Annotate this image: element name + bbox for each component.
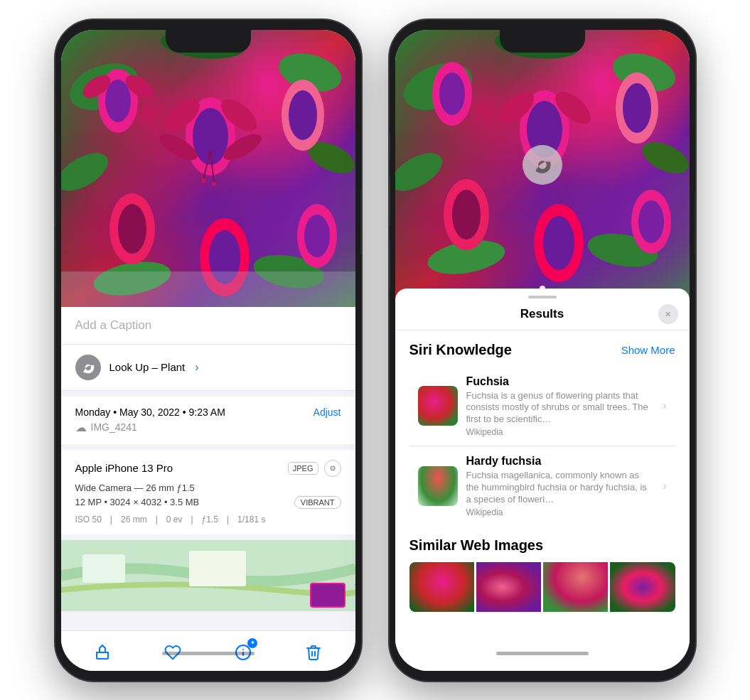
similar-image-2[interactable] <box>476 562 541 612</box>
svg-point-42 <box>637 135 689 179</box>
style-badge: VIBRANT <box>294 496 341 509</box>
fuchsia-chevron: › <box>663 399 666 412</box>
svg-point-14 <box>105 80 131 122</box>
right-photo-display <box>395 30 690 300</box>
svg-point-27 <box>201 178 205 183</box>
filename: IMG_4241 <box>91 421 137 433</box>
lens-text: Wide Camera — 26 mm ƒ1.5 <box>75 483 341 493</box>
svg-rect-34 <box>311 584 344 606</box>
similar-title: Similar Web Images <box>409 537 544 554</box>
svg-point-58 <box>638 200 664 243</box>
lookup-label: Look Up – Plant <box>109 361 186 373</box>
svg-rect-29 <box>61 271 355 307</box>
similar-web-images-section: Similar Web Images <box>409 537 675 612</box>
lookup-chevron: › <box>195 361 198 374</box>
date-text: Monday • May 30, 2022 • 9:23 AM <box>75 406 225 418</box>
svg-point-28 <box>212 182 216 186</box>
ev-value: 0 ev <box>166 515 183 524</box>
siri-knowledge-title: Siri Knowledge <box>409 342 512 358</box>
results-title: Results <box>520 307 564 321</box>
svg-point-56 <box>543 216 574 270</box>
similar-image-1[interactable] <box>409 562 474 612</box>
svg-point-18 <box>289 90 317 140</box>
svg-point-52 <box>623 83 651 133</box>
iso-value: ISO 50 <box>75 515 102 524</box>
camera-section: Apple iPhone 13 Pro JPEG ⊙ Wide Camera —… <box>61 450 355 534</box>
shutter-value: 1/181 s <box>237 515 265 524</box>
notch <box>166 30 251 53</box>
similar-grid <box>409 562 675 612</box>
info-section: Look Up – Plant › Monday • May 30, 2022 … <box>61 345 355 630</box>
close-button[interactable]: × <box>658 304 678 324</box>
camera-settings-icon[interactable]: ⊙ <box>324 460 341 477</box>
fuchsia-desc: Fuchsia is a genus of flowering plants t… <box>466 390 655 426</box>
left-phone: Add a Caption Look Up – Plant › Monday •… <box>55 20 361 681</box>
svg-point-3 <box>61 145 114 198</box>
svg-rect-32 <box>189 551 246 586</box>
home-indicator <box>162 652 255 655</box>
svg-point-20 <box>118 204 146 254</box>
notch-right <box>500 30 585 53</box>
aperture-value: ƒ1.5 <box>202 515 218 524</box>
siri-knowledge-header: Siri Knowledge Show More <box>409 342 675 358</box>
bottom-toolbar: ✦ <box>61 630 355 671</box>
hardy-thumbnail <box>418 466 458 506</box>
fuchsia-name: Fuchsia <box>466 375 655 388</box>
results-content: Siri Knowledge Show More Fuchsia Fuchsia… <box>395 330 690 671</box>
fuchsia-thumbnail <box>418 386 458 426</box>
mp-text: 12 MP • 3024 × 4032 • 3.5 MB <box>75 497 200 507</box>
similar-header: Similar Web Images <box>409 537 675 554</box>
format-badge: JPEG <box>288 462 318 475</box>
hardy-text: Hardy fuchsia Fuchsia magellanica, commo… <box>466 455 655 517</box>
adjust-button[interactable]: Adjust <box>314 406 341 418</box>
camera-model: Apple iPhone 13 Pro <box>75 462 173 474</box>
fuchsia-source: Wikipedia <box>466 427 655 437</box>
knowledge-card: Fuchsia Fuchsia is a genus of flowering … <box>409 367 675 526</box>
svg-point-24 <box>304 215 330 257</box>
info-badge: ✦ <box>247 638 257 648</box>
visual-lookup-button[interactable] <box>523 145 562 185</box>
svg-point-50 <box>439 72 465 115</box>
lookup-row[interactable]: Look Up – Plant › <box>61 345 355 391</box>
show-more-button[interactable]: Show More <box>621 344 675 356</box>
svg-rect-31 <box>82 554 125 583</box>
svg-point-54 <box>452 190 481 239</box>
right-phone: Results × Siri Knowledge Show More <box>390 20 695 681</box>
flower-image <box>61 30 355 307</box>
results-header: Results × <box>395 298 690 330</box>
similar-image-4[interactable] <box>610 562 675 612</box>
fuchsia-text: Fuchsia Fuchsia is a genus of flowering … <box>466 375 655 438</box>
home-indicator-right <box>496 652 589 655</box>
knowledge-item-fuchsia[interactable]: Fuchsia Fuchsia is a genus of flowering … <box>409 367 675 446</box>
svg-point-41 <box>395 145 449 198</box>
exif-row: ISO 50 | 26 mm | 0 ev | ƒ1.5 | 1/181 s <box>75 515 341 524</box>
hardy-chevron: › <box>663 480 666 492</box>
delete-button[interactable] <box>301 640 326 665</box>
cloud-icon: ☁ <box>75 421 87 434</box>
siri-icon <box>75 355 101 380</box>
photo-display <box>61 30 355 307</box>
date-section: Monday • May 30, 2022 • 9:23 AM Adjust ☁… <box>61 397 355 444</box>
hardy-name: Hardy fuchsia <box>466 455 655 468</box>
hardy-desc: Fuchsia magellanica, commonly known as t… <box>466 470 655 506</box>
caption-placeholder: Add a Caption <box>75 318 152 332</box>
results-panel: Results × Siri Knowledge Show More <box>395 289 690 671</box>
caption-area[interactable]: Add a Caption <box>61 307 355 345</box>
focal-value: 26 mm <box>121 515 147 524</box>
similar-image-3[interactable] <box>543 562 608 612</box>
share-button[interactable] <box>90 640 115 665</box>
knowledge-item-hardy[interactable]: Hardy fuchsia Fuchsia magellanica, commo… <box>409 446 675 526</box>
map-preview[interactable] <box>61 540 355 611</box>
hardy-source: Wikipedia <box>466 507 655 517</box>
